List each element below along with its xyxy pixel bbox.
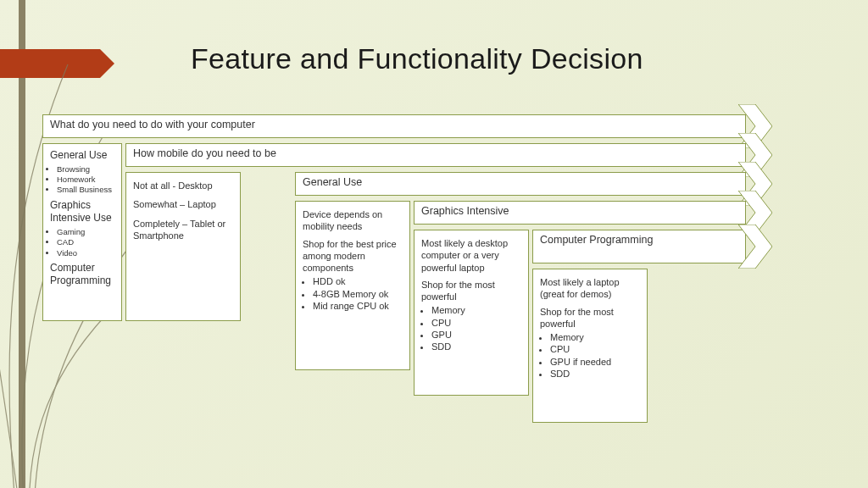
list: Memory CPU GPU if needed SDD (540, 331, 640, 380)
band-programming: Computer Programming (532, 230, 746, 263)
list-item: Video (57, 248, 114, 258)
list-item: SDD (431, 341, 521, 352)
list-item: SDD (550, 368, 640, 380)
red-arrow-marker (0, 49, 100, 78)
text: Shop for the most powerful (421, 279, 521, 303)
list-item: Small Business (57, 185, 114, 195)
list-item: CAD (57, 237, 114, 247)
page-title: Feature and Functionality Decision (191, 42, 643, 75)
col-graphics-detail: Most likely a desktop computer or a very… (414, 230, 529, 396)
band-mobile: How mobile do you need to be (125, 143, 746, 167)
list-item: 4-8GB Memory ok (313, 288, 403, 300)
text: Shop for the most powerful (540, 306, 640, 330)
text: Shop for the best price among modern com… (303, 238, 403, 274)
list-item: Memory (431, 304, 521, 316)
band-label: Computer Programming (540, 234, 653, 246)
list-item: GPU (431, 329, 521, 341)
list-item: Gaming (57, 227, 114, 237)
band-general-use: General Use (295, 172, 746, 196)
list-item: Homework (57, 175, 114, 185)
text: Most likely a laptop (great for demos) (540, 276, 640, 301)
list: Browsing Homework Small Business (50, 164, 114, 196)
band-label: How mobile do you need to be (133, 147, 276, 159)
band-need: What do you need to do with your compute… (42, 114, 746, 138)
text: Most likely a desktop computer or a very… (421, 237, 521, 274)
band-label: Graphics Intensive (421, 205, 509, 217)
band-graphics: Graphics Intensive (414, 201, 746, 225)
list-item: CPU (550, 343, 640, 355)
col-programming-detail: Most likely a laptop (great for demos) S… (532, 269, 648, 423)
list: HDD ok 4-8GB Memory ok Mid range CPU ok (303, 275, 403, 312)
list-item: Memory (550, 331, 640, 343)
svg-marker-4 (738, 225, 772, 269)
list: Memory CPU GPU SDD (421, 304, 521, 352)
text: Not at all - Desktop (133, 180, 233, 191)
list-item: CPU (431, 317, 521, 329)
heading: Graphics Intensive Use (50, 199, 114, 225)
text: Completely – Tablet or Smartphone (133, 218, 233, 242)
col-mobility: Not at all - Desktop Somewhat – Laptop C… (125, 172, 241, 321)
list-item: Browsing (57, 164, 114, 175)
list-item: GPU if needed (550, 356, 640, 368)
heading: General Use (50, 149, 114, 163)
text: Somewhat – Laptop (133, 198, 233, 210)
band-label: General Use (303, 176, 362, 188)
col-general-use-detail: Device depends on mobility needs Shop fo… (295, 201, 410, 370)
text: Device depends on mobility needs (303, 208, 403, 233)
heading: Computer Programming (50, 262, 114, 288)
band-label: What do you need to do with your compute… (50, 119, 255, 130)
list-item: Mid range CPU ok (313, 300, 403, 312)
chevron-right-icon (738, 225, 772, 269)
col-use-categories: General Use Browsing Homework Small Busi… (42, 143, 122, 321)
list-item: HDD ok (313, 275, 403, 287)
list: Gaming CAD Video (50, 227, 114, 258)
